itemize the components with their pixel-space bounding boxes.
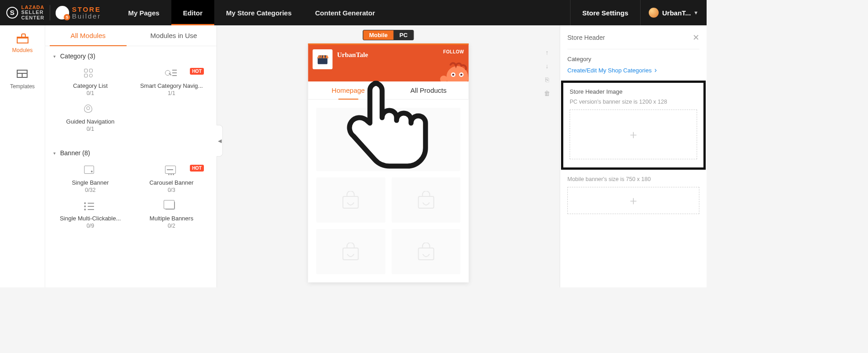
svg-point-4 (460, 74, 462, 76)
svg-rect-9 (418, 196, 434, 208)
single-banner-icon (84, 166, 97, 176)
module-carousel-banner[interactable]: HOT Carousel Banner 0/3 (131, 163, 212, 199)
device-mobile[interactable]: Mobile (363, 30, 393, 40)
modules-icon (17, 33, 28, 43)
mobile-banner-upload[interactable]: ＋ (567, 187, 699, 214)
panel-scroll[interactable]: ▾Category (3) Category List 0/1 HOT Smar… (45, 46, 217, 287)
category-section: Category Create/Edit My Shop Categories (567, 49, 699, 81)
lazada-brand-text: LAZADA SELLER CENTER (21, 5, 44, 21)
svg-rect-11 (418, 248, 434, 260)
chevron-down-icon: ▾ (53, 54, 56, 59)
module-single-multi-clickable[interactable]: Single Multi-Clickable... 0/9 (50, 199, 131, 234)
properties-title: Store Header (567, 34, 605, 41)
canvas-area: Mobile PC ↑ ↓ ⎘ 🗑 UrbanTale FOLLOW (217, 25, 560, 287)
section-category-header[interactable]: ▾Category (3) (45, 46, 217, 64)
svg-point-5 (440, 76, 448, 81)
mascot-icon (437, 57, 469, 81)
smart-nav-icon (165, 69, 178, 80)
mobile-size-hint: Mobile banner's size is 750 x 180 (567, 176, 699, 182)
properties-header: Store Header ✕ (567, 33, 699, 49)
nav-my-pages[interactable]: My Pages (116, 0, 171, 25)
svg-point-2 (452, 74, 454, 76)
phone-content (308, 100, 469, 282)
store-header-preview[interactable]: UrbanTale FOLLOW (308, 43, 469, 81)
lazada-brand: S LAZADA SELLER CENTER (6, 5, 44, 21)
copy-button[interactable]: ⎘ (542, 74, 552, 85)
brand-divider (50, 5, 50, 20)
top-nav: My Pages Editor My Store Categories Cont… (116, 0, 387, 25)
placeholder-block (316, 177, 386, 223)
store-builder-text: STORE Builder (72, 6, 101, 19)
section-banner: ▾Banner (8) Single Banner 0/32 HOT Carou… (45, 143, 217, 240)
store-tab-all-products[interactable]: All Products (388, 81, 469, 99)
pc-size-hint: PC version's banner size is 1200 x 128 (570, 99, 697, 105)
mobile-banner-section: Mobile banner's size is 750 x 180 ＋ (567, 170, 699, 220)
bag-placeholder-icon (415, 243, 436, 261)
store-tabs: Homepage All Products (308, 81, 469, 100)
lazada-logo-icon: S (6, 7, 18, 19)
carousel-icon (165, 166, 178, 176)
user-name: UrbanT... (662, 9, 691, 17)
follow-button[interactable]: FOLLOW (443, 49, 464, 54)
move-up-button[interactable]: ↑ (542, 47, 552, 58)
device-pc[interactable]: PC (394, 30, 414, 40)
templates-icon (17, 70, 28, 78)
section-banner-header[interactable]: ▾Banner (8) (45, 143, 217, 161)
left-rail: Modules Templates (0, 25, 45, 287)
svg-rect-8 (343, 196, 359, 208)
store-builder-logo-icon: S (56, 6, 69, 19)
module-guided-navigation[interactable]: Guided Navigation 0/1 (50, 102, 131, 138)
move-down-button[interactable]: ↓ (542, 61, 552, 72)
chevron-down-icon: ▾ (53, 151, 56, 156)
header-image-label: Store Header Image (570, 88, 697, 95)
phone-preview: UrbanTale FOLLOW Homepage All Products (308, 43, 469, 282)
rail-modules[interactable]: Modules (0, 25, 45, 62)
store-logo-icon (313, 49, 333, 69)
header-right: Store Settings UrbanT... ▼ (570, 0, 707, 25)
bag-placeholder-icon (340, 191, 361, 209)
module-single-banner[interactable]: Single Banner 0/32 (50, 163, 131, 199)
store-builder-brand: S STORE Builder (56, 6, 101, 19)
tab-modules-in-use[interactable]: Modules in Use (131, 25, 217, 46)
svg-rect-10 (343, 248, 359, 260)
bag-placeholder-icon (340, 243, 361, 261)
properties-panel: Store Header ✕ Category Create/Edit My S… (560, 25, 707, 287)
svg-point-0 (447, 66, 468, 81)
avatar-icon (649, 8, 659, 18)
modules-panel: All Modules Modules in Use ▾Category (3)… (45, 25, 217, 287)
store-name: UrbanTale (337, 51, 368, 59)
rail-templates[interactable]: Templates (0, 62, 45, 98)
panel-tabs: All Modules Modules in Use (45, 25, 217, 46)
placeholder-block (392, 177, 461, 223)
multiple-banners-icon (165, 201, 178, 212)
module-category-list[interactable]: Category List 0/1 (50, 66, 131, 102)
category-label: Category (567, 56, 699, 62)
bag-placeholder-icon (415, 191, 436, 209)
store-tab-homepage[interactable]: Homepage (308, 81, 389, 99)
placeholder-block (392, 229, 461, 274)
tab-all-modules[interactable]: All Modules (45, 25, 131, 46)
caret-down-icon: ▼ (693, 10, 698, 15)
section-category: ▾Category (3) Category List 0/1 HOT Smar… (45, 46, 217, 143)
app-body: Modules Templates All Modules Modules in… (0, 25, 707, 287)
edit-categories-link[interactable]: Create/Edit My Shop Categories (567, 66, 699, 74)
delete-button[interactable]: 🗑 (542, 88, 552, 99)
top-header: S LAZADA SELLER CENTER S STORE Builder M… (0, 0, 707, 25)
module-multiple-banners[interactable]: Multiple Banners 0/2 (131, 199, 212, 234)
brand-block: S LAZADA SELLER CENTER S STORE Builder (0, 0, 107, 25)
nav-content-generator[interactable]: Content Generator (303, 0, 387, 25)
pc-banner-upload[interactable]: ＋ (570, 110, 697, 159)
pin-icon (84, 105, 97, 115)
close-icon[interactable]: ✕ (693, 33, 699, 43)
store-settings-link[interactable]: Store Settings (570, 0, 640, 25)
device-toggle: Mobile PC (363, 30, 414, 40)
store-header-image-section: Store Header Image PC version's banner s… (561, 81, 706, 170)
user-menu[interactable]: UrbanT... ▼ (640, 0, 707, 25)
multi-click-icon (84, 201, 97, 212)
hot-badge: HOT (190, 165, 204, 172)
placeholder-block (316, 108, 461, 171)
svg-rect-7 (381, 136, 396, 148)
nav-store-categories[interactable]: My Store Categories (214, 0, 303, 25)
module-smart-category-nav[interactable]: HOT Smart Category Navig... 1/1 (131, 66, 212, 102)
nav-editor[interactable]: Editor (171, 0, 214, 25)
